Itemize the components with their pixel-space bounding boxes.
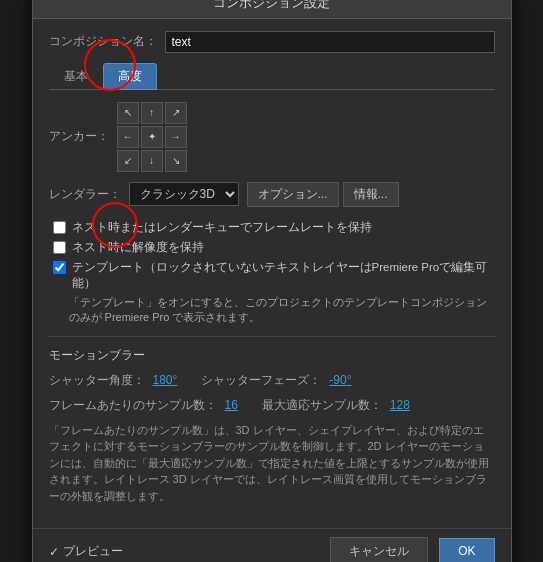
- dialog-title: コンポジション設定: [213, 0, 330, 10]
- bottom-bar: ✓ プレビュー キャンセル OK: [33, 528, 511, 562]
- tabs: 基本 高度: [49, 63, 495, 90]
- ok-button[interactable]: OK: [439, 538, 494, 562]
- renderer-row: レンダラー： クラシック3D オプション... 情報...: [49, 182, 495, 207]
- checkbox-label-template: テンプレート（ロックされていないテキストレイヤーはPremiere Proで編集…: [72, 259, 495, 291]
- template-description: 「テンプレート」をオンにすると、このプロジェクトのテンプレートコンポジションのみ…: [49, 295, 495, 326]
- comp-name-row: コンポジション名：: [49, 31, 495, 53]
- checkbox-row-template: テンプレート（ロックされていないテキストレイヤーはPremiere Proで編集…: [49, 259, 495, 291]
- samples-per-frame-value[interactable]: 16: [225, 398, 238, 412]
- anchor-left[interactable]: ←: [117, 126, 139, 148]
- motion-blur-description: 「フレームあたりのサンプル数」は、3D レイヤー、シェイプレイヤー、および特定の…: [49, 422, 495, 505]
- anchor-center[interactable]: ✦: [141, 126, 163, 148]
- dialog-wrapper: コンポジション設定 コンポジション名： 基本 高度 アンカー：: [32, 0, 512, 562]
- max-samples-label: 最大適応サンプル数：: [262, 397, 382, 414]
- shutter-angle-value[interactable]: 180°: [153, 373, 178, 387]
- shutter-angle-label: シャッター角度：: [49, 372, 145, 389]
- anchor-ur[interactable]: ↗: [165, 102, 187, 124]
- shutter-phase-value[interactable]: -90°: [329, 373, 351, 387]
- shutter-angle-row: シャッター角度： 180° シャッターフェーズ： -90°: [49, 372, 495, 389]
- motion-blur-title: モーションブラー: [49, 347, 495, 364]
- checkbox-template[interactable]: [53, 261, 66, 274]
- checkbox-preserve-resolution[interactable]: [53, 241, 66, 254]
- option-button[interactable]: オプション...: [247, 182, 339, 207]
- checkbox-label-framerate: ネスト時またはレンダーキューでフレームレートを保持: [72, 219, 372, 235]
- preview-checkmark: ✓: [49, 545, 59, 559]
- preview-label: プレビュー: [63, 543, 123, 560]
- shutter-phase-label: シャッターフェーズ：: [201, 372, 321, 389]
- cancel-button[interactable]: キャンセル: [330, 537, 428, 562]
- title-bar: コンポジション設定: [33, 0, 511, 19]
- comp-name-label: コンポジション名：: [49, 33, 157, 50]
- checkbox-row-framerate: ネスト時またはレンダーキューでフレームレートを保持: [49, 219, 495, 235]
- anchor-dl[interactable]: ↙: [117, 150, 139, 172]
- max-samples-value[interactable]: 128: [390, 398, 410, 412]
- anchor-grid: ↖ ↑ ↗ ← ✦ →: [117, 102, 187, 172]
- checkbox-label-resolution: ネスト時に解像度を保持: [72, 239, 204, 255]
- comp-name-input[interactable]: [165, 31, 495, 53]
- tab-advanced[interactable]: 高度: [103, 63, 157, 90]
- anchor-row: アンカー： ↖ ↑ ↗ ← ✦: [49, 102, 495, 172]
- action-buttons: キャンセル OK: [330, 537, 495, 562]
- samples-row: フレームあたりのサンプル数： 16 最大適応サンプル数： 128: [49, 397, 495, 414]
- samples-per-frame-label: フレームあたりのサンプル数：: [49, 397, 217, 414]
- info-button[interactable]: 情報...: [343, 182, 399, 207]
- renderer-select[interactable]: クラシック3D: [129, 182, 239, 206]
- dialog-content: コンポジション名： 基本 高度 アンカー： ↖: [33, 19, 511, 529]
- checkbox-row-resolution: ネスト時に解像度を保持: [49, 239, 495, 255]
- anchor-up[interactable]: ↑: [141, 102, 163, 124]
- dialog: コンポジション設定 コンポジション名： 基本 高度 アンカー：: [32, 0, 512, 562]
- preview-row: ✓ プレビュー: [49, 543, 123, 560]
- anchor-down[interactable]: ↓: [141, 150, 163, 172]
- renderer-label: レンダラー：: [49, 186, 121, 203]
- divider-1: [49, 336, 495, 337]
- anchor-label: アンカー：: [49, 128, 109, 145]
- anchor-dr[interactable]: ↘: [165, 150, 187, 172]
- anchor-ul[interactable]: ↖: [117, 102, 139, 124]
- checkbox-preserve-framerate[interactable]: [53, 221, 66, 234]
- tab-basic[interactable]: 基本: [49, 63, 103, 90]
- anchor-right[interactable]: →: [165, 126, 187, 148]
